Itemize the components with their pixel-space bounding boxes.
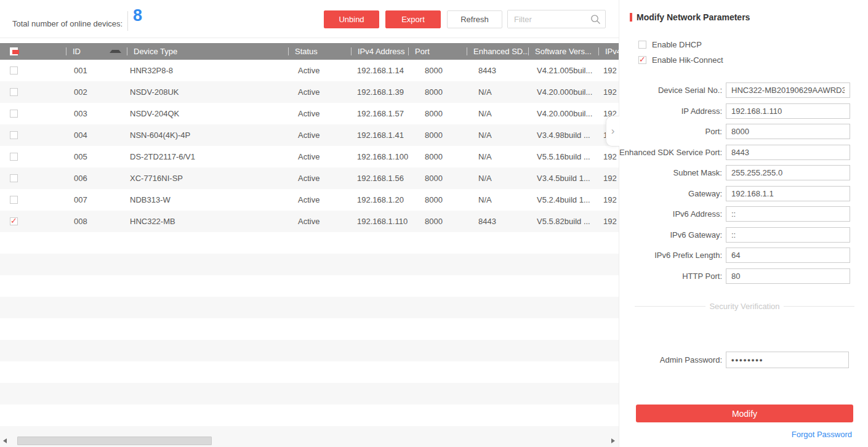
field-label: Device Serial No.:: [619, 86, 726, 95]
row-checkbox[interactable]: [10, 131, 18, 139]
divider: [127, 11, 128, 31]
cell-ipv4-address: 192.168.1.100: [351, 146, 408, 167]
field-row: IP Address:: [619, 101, 868, 122]
row-checkbox[interactable]: [10, 153, 18, 161]
header-cell-software-version[interactable]: Software Vers...: [528, 43, 598, 60]
table-row[interactable]: 003 NSDV-204QK Active 192.168.1.57 8000 …: [0, 103, 619, 124]
table-row[interactable]: 005 DS-2TD2117-6/V1 Active 192.168.1.100…: [0, 146, 619, 167]
cell-ipv4-extra: 192: [598, 146, 619, 167]
field-input[interactable]: [726, 103, 850, 119]
cell-ipv4-address: 192.168.1.14: [351, 60, 408, 81]
scrollbar-thumb[interactable]: [17, 437, 212, 445]
total-devices-label: Total number of online devices:: [12, 19, 123, 28]
scroll-right-arrow-icon[interactable]: [611, 438, 615, 443]
toolbar: Total number of online devices: 8 Unbind…: [0, 0, 619, 38]
cell-port: 8000: [408, 103, 467, 124]
field-row: IPv6 Gateway:: [619, 225, 868, 246]
table-row[interactable]: 006 XC-7716NI-SP Active 192.168.1.56 800…: [0, 167, 619, 189]
cell-device-type: XC-7716NI-SP: [127, 167, 288, 189]
field-input[interactable]: [726, 206, 850, 222]
table-row[interactable]: 001 HNR32P8-8 Active 192.168.1.14 8000 8…: [0, 60, 619, 81]
chevron-right-icon: ›: [611, 126, 615, 136]
field-input[interactable]: [726, 145, 850, 160]
refresh-button[interactable]: Refresh: [447, 10, 502, 28]
cell-enhanced-sdk: N/A: [467, 167, 528, 189]
network-fields: Device Serial No.: IP Address: Port: Enh…: [619, 80, 868, 286]
field-input[interactable]: [726, 186, 850, 201]
field-label: IPv6 Address:: [619, 209, 726, 219]
divider-line: [784, 306, 854, 307]
cell-port: 8000: [408, 211, 467, 232]
device-table-body: 001 HNR32P8-8 Active 192.168.1.14 8000 8…: [0, 60, 619, 232]
cell-ipv4-address: 192.168.1.110: [351, 211, 408, 232]
table-row[interactable]: 002 NSDV-208UK Active 192.168.1.39 8000 …: [0, 81, 619, 103]
row-checkbox[interactable]: [10, 88, 18, 96]
row-checkbox[interactable]: [10, 110, 18, 118]
row-checkbox[interactable]: ✓: [10, 217, 18, 225]
search-icon[interactable]: [590, 14, 601, 25]
cell-enhanced-sdk: N/A: [467, 189, 528, 211]
enable-dhcp-checkbox[interactable]: [638, 41, 646, 49]
cell-id: 001: [66, 60, 127, 81]
horizontal-scrollbar[interactable]: [0, 436, 619, 446]
enable-hik-connect-checkbox[interactable]: ✓: [638, 56, 646, 64]
header-cell-status[interactable]: Status: [288, 43, 351, 60]
select-all-checkbox[interactable]: [10, 47, 18, 55]
table-header: ID Device Type Status IPv4 Address Port …: [0, 43, 619, 60]
cell-port: 8000: [408, 81, 467, 103]
cell-id: 008: [66, 211, 127, 232]
cell-device-type: HNR32P8-8: [127, 60, 288, 81]
field-input[interactable]: [726, 227, 850, 243]
cell-software-version: V4.20.000buil...: [528, 81, 598, 103]
cell-ipv4-extra: 192: [598, 81, 619, 103]
row-checkbox[interactable]: [10, 174, 18, 182]
modify-button[interactable]: Modify: [636, 405, 853, 422]
cell-ipv4-extra: 192: [598, 189, 619, 211]
cell-software-version: V5.5.16build ...: [528, 146, 598, 167]
row-checkbox[interactable]: [10, 66, 18, 74]
cell-ipv4-extra: 192: [598, 211, 619, 232]
filter-input[interactable]: [508, 10, 588, 28]
export-button[interactable]: Export: [385, 10, 441, 28]
cell-software-version: V5.5.82build ...: [528, 211, 598, 232]
unbind-button[interactable]: Unbind: [324, 10, 379, 28]
admin-password-input[interactable]: [726, 352, 849, 368]
field-label: Port:: [619, 127, 726, 136]
cell-enhanced-sdk: N/A: [467, 103, 528, 124]
field-input[interactable]: [726, 165, 850, 180]
checkmark-icon: ✓: [639, 55, 646, 64]
field-input[interactable]: [726, 124, 850, 139]
cell-id: 005: [66, 146, 127, 167]
table-row[interactable]: 004 NSN-604(4K)-4P Active 192.168.1.41 8…: [0, 124, 619, 146]
table-row[interactable]: ✓ 008 HNC322-MB Active 192.168.1.110 800…: [0, 211, 619, 232]
header-cell-device-type[interactable]: Device Type: [127, 43, 288, 60]
field-input[interactable]: [726, 268, 850, 284]
sort-ascending-icon[interactable]: [110, 50, 121, 53]
header-cell-id[interactable]: ID: [66, 43, 127, 60]
modify-network-parameters-panel: Modify Network Parameters Enable DHCP ✓ …: [619, 0, 868, 447]
scroll-left-arrow-icon[interactable]: [3, 438, 7, 443]
header-cell-ipv4-extra[interactable]: IPv4: [598, 43, 619, 60]
field-input[interactable]: [726, 248, 850, 263]
cell-status: Active: [288, 103, 351, 124]
cell-device-type: NSDV-208UK: [127, 81, 288, 103]
field-input[interactable]: [726, 83, 850, 98]
header-cell-ipv4-address[interactable]: IPv4 Address: [351, 43, 408, 60]
checkmark-icon: ✓: [10, 216, 17, 225]
field-label: IP Address:: [619, 107, 726, 116]
header-cell-enhanced-sdk[interactable]: Enhanced SD...: [467, 43, 528, 60]
cell-status: Active: [288, 81, 351, 103]
sadp-tool-window: Total number of online devices: 8 Unbind…: [0, 0, 868, 447]
cell-ipv4-address: 192.168.1.57: [351, 103, 408, 124]
field-row: Subnet Mask:: [619, 163, 868, 183]
red-accent-bar: [630, 13, 632, 22]
table-row[interactable]: 007 NDB313-W Active 192.168.1.20 8000 N/…: [0, 189, 619, 211]
cell-device-type: DS-2TD2117-6/V1: [127, 146, 288, 167]
cell-enhanced-sdk: N/A: [467, 81, 528, 103]
cell-status: Active: [288, 146, 351, 167]
cell-ipv4-extra: 192: [598, 167, 619, 189]
forgot-password-link[interactable]: Forgot Password: [792, 430, 852, 439]
row-checkbox[interactable]: [10, 196, 18, 204]
panel-collapse-tab[interactable]: ›: [606, 116, 619, 147]
header-cell-port[interactable]: Port: [408, 43, 467, 60]
